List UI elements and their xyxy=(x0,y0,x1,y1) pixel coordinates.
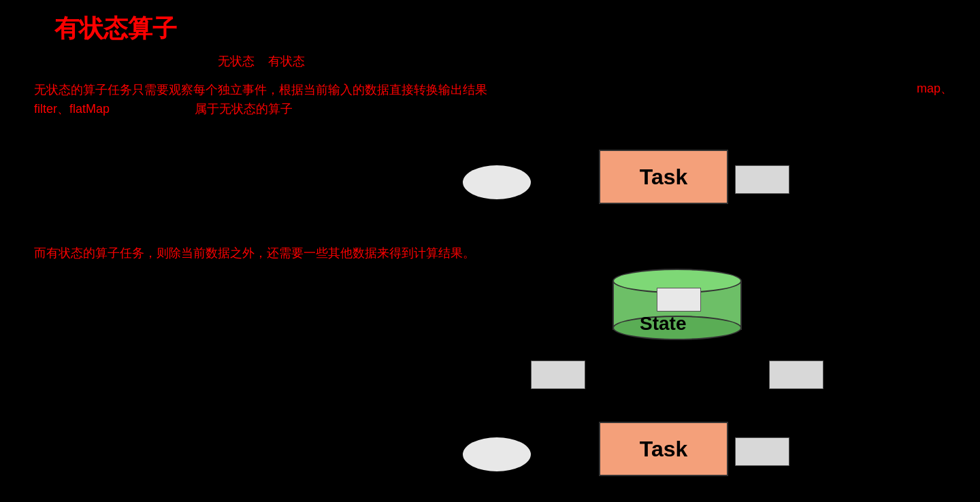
task-box-top: Task xyxy=(599,150,728,204)
ellipse-input-bottom xyxy=(463,437,531,471)
output-box-bottom xyxy=(735,437,789,466)
stateful-label: 有状态 xyxy=(268,53,305,69)
box-left-state xyxy=(531,361,585,389)
description1: 无状态的算子任务只需要观察每个独立事件，根据当前输入的数据直接转换输出结果 xyxy=(34,80,487,100)
description2: 而有状态的算子任务，则除当前数据之外，还需要一些其他数据来得到计算结果。 xyxy=(34,245,475,261)
state-inner-box xyxy=(657,288,701,312)
svg-marker-5 xyxy=(922,178,932,187)
map-label: map、 xyxy=(917,80,953,97)
box-right-state xyxy=(769,361,823,389)
svg-marker-11 xyxy=(922,450,932,459)
stateless-label: 无状态 xyxy=(218,53,255,69)
state-label: State xyxy=(640,313,686,335)
output-box-top xyxy=(735,165,789,194)
page-title: 有状态算子 xyxy=(54,12,177,46)
subtitle-row: 无状态 有状态 xyxy=(218,53,305,69)
task-box-bottom: Task xyxy=(599,422,728,476)
filter-label: filter、flatMap 属于无状态的算子 xyxy=(34,101,293,117)
ellipse-input-top xyxy=(463,165,531,199)
